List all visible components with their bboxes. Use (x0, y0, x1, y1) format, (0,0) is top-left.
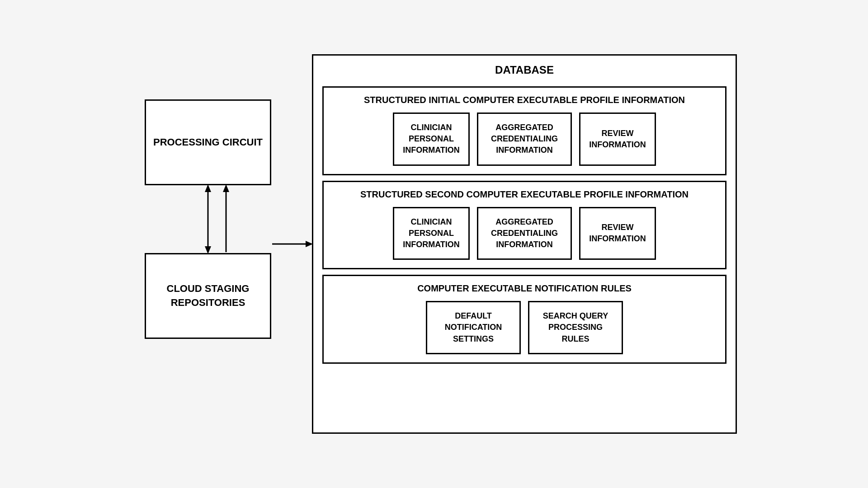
cloud-staging-label: CLOUD STAGING REPOSITORIES (146, 282, 270, 310)
section3-title: COMPUTER EXECUTABLE NOTIFICATION RULES (331, 282, 718, 295)
section2-clinician-label: CLINICIANPERSONALINFORMATION (403, 216, 460, 251)
section2-inner-row: CLINICIANPERSONALINFORMATION AGGREGATEDC… (331, 207, 718, 260)
section3-default-label: DEFAULTNOTIFICATIONSETTINGS (445, 310, 502, 345)
svg-marker-4 (223, 184, 229, 192)
section1-box: STRUCTURED INITIAL COMPUTER EXECUTABLE P… (322, 86, 726, 175)
section2-review-box: REVIEWINFORMATION (579, 207, 656, 260)
section1-aggregated-label: AGGREGATEDCREDENTIALINGINFORMATION (491, 122, 558, 156)
section1-clinician-box: CLINICIANPERSONALINFORMATION (393, 113, 470, 166)
section2-review-label: REVIEWINFORMATION (589, 222, 646, 244)
section1-clinician-label: CLINICIANPERSONALINFORMATION (403, 122, 460, 156)
section2-aggregated-label: AGGREGATEDCREDENTIALINGINFORMATION (491, 216, 558, 251)
section1-title: STRUCTURED INITIAL COMPUTER EXECUTABLE P… (331, 94, 718, 106)
section2-clinician-box: CLINICIANPERSONALINFORMATION (393, 207, 470, 260)
section3-search-label: SEARCH QUERYPROCESSINGRULES (543, 310, 608, 345)
section3-default-box: DEFAULTNOTIFICATIONSETTINGS (426, 301, 521, 354)
section2-box: STRUCTURED SECOND COMPUTER EXECUTABLE PR… (322, 181, 726, 270)
section2-aggregated-box: AGGREGATEDCREDENTIALINGINFORMATION (477, 207, 572, 260)
cloud-staging-box: CLOUD STAGING REPOSITORIES (145, 253, 271, 339)
processing-circuit-box: PROCESSING CIRCUIT (145, 99, 271, 185)
processing-circuit-label: PROCESSING CIRCUIT (153, 136, 263, 150)
section1-inner-row: CLINICIANPERSONALINFORMATION AGGREGATEDC… (331, 113, 718, 166)
section3-search-box: SEARCH QUERYPROCESSINGRULES (528, 301, 623, 354)
section3-box: COMPUTER EXECUTABLE NOTIFICATION RULES D… (322, 275, 726, 364)
section1-review-box: REVIEWINFORMATION (579, 113, 656, 166)
svg-marker-2 (205, 184, 211, 192)
section1-review-label: REVIEWINFORMATION (589, 128, 646, 150)
section2-title: STRUCTURED SECOND COMPUTER EXECUTABLE PR… (331, 188, 718, 201)
section3-inner-row: DEFAULTNOTIFICATIONSETTINGS SEARCH QUERY… (331, 301, 718, 354)
diagram-container: PROCESSING CIRCUIT CLOUD STAGING REPOSIT… (118, 41, 750, 447)
database-outer-box: DATABASE STRUCTURED INITIAL COMPUTER EXE… (312, 54, 737, 434)
database-title: DATABASE (313, 56, 736, 81)
section1-aggregated-box: AGGREGATEDCREDENTIALINGINFORMATION (477, 113, 572, 166)
